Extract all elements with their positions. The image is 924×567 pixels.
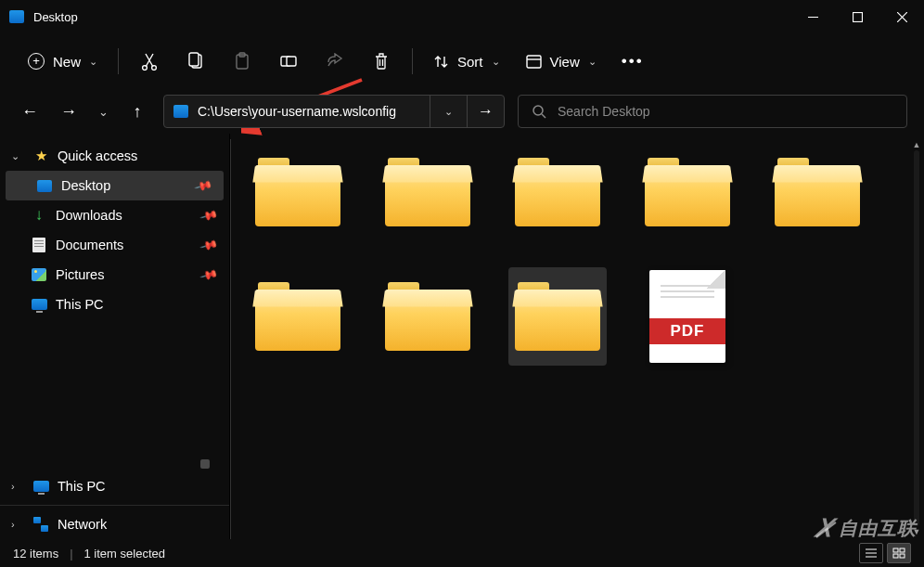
selection-count: 1 item selected (84, 547, 165, 561)
watermark-text: 自由互联 (839, 516, 917, 541)
up-icon: ↑ (134, 102, 142, 122)
sidebar-item-label: Downloads (56, 208, 122, 223)
back-button[interactable]: ← (11, 94, 48, 129)
minimize-icon (808, 17, 818, 18)
chevron-down-icon: ⌄ (492, 56, 500, 68)
path-text: C:\Users\your-username.wslconfig (198, 104, 396, 119)
search-placeholder: Search Desktop (558, 104, 650, 119)
copy-button[interactable] (174, 43, 217, 80)
minimize-button[interactable] (790, 0, 835, 33)
location-icon (173, 105, 188, 118)
folder-item[interactable] (638, 143, 737, 241)
vertical-scrollbar[interactable]: ▲ ▼ (911, 139, 922, 537)
folder-icon (385, 282, 470, 351)
details-layout-button[interactable] (859, 543, 883, 563)
pin-icon: 📌 (199, 265, 218, 285)
more-icon: ••• (622, 52, 644, 71)
rename-icon (279, 52, 298, 71)
chevron-down-icon: ⌄ (98, 105, 109, 119)
sidebar-item-this-pc[interactable]: › This PC (0, 471, 229, 501)
recent-button[interactable]: ⌄ (89, 94, 117, 129)
pdf-icon: PDF (649, 270, 725, 363)
sidebar-item-desktop[interactable]: Desktop 📌 (6, 171, 224, 200)
sidebar-item-pictures[interactable]: Pictures 📌 (0, 260, 229, 290)
splitter[interactable] (230, 139, 231, 539)
folder-item[interactable] (508, 143, 607, 241)
folder-icon (385, 158, 470, 226)
more-button[interactable]: ••• (611, 43, 654, 80)
folder-item[interactable] (249, 267, 347, 366)
file-item-pdf[interactable]: PDF (638, 267, 737, 366)
folder-item[interactable] (379, 267, 477, 366)
address-history-button[interactable]: ⌄ (430, 96, 467, 127)
svg-rect-5 (189, 53, 199, 66)
forward-icon: → (60, 102, 77, 122)
maximize-button[interactable] (835, 0, 879, 33)
new-label: New (53, 54, 81, 70)
svg-rect-15 (893, 554, 898, 558)
quick-access-label: Quick access (58, 148, 137, 163)
divider (0, 505, 229, 506)
sidebar-item-downloads[interactable]: ↓ Downloads 📌 (0, 200, 229, 230)
watermark-logo: X̷ (813, 514, 837, 543)
address-bar[interactable]: C:\Users\your-username.wslconfig ⌄ → (163, 95, 505, 128)
delete-button[interactable] (360, 43, 403, 80)
address-input[interactable]: C:\Users\your-username.wslconfig (164, 96, 430, 127)
maximize-icon (853, 12, 863, 22)
content-area[interactable]: PDF ▲ ▼ (230, 134, 924, 539)
sidebar-item-this-pc-nested[interactable]: This PC (0, 290, 229, 319)
svg-point-12 (533, 106, 543, 115)
view-button[interactable]: View ⌄ (515, 43, 608, 80)
share-icon (326, 53, 344, 70)
svg-rect-0 (808, 17, 818, 18)
scroll-track[interactable] (914, 150, 919, 526)
search-icon (532, 104, 546, 119)
sidebar-quick-access[interactable]: ⌄ ★ Quick access (0, 141, 229, 171)
forward-button[interactable]: → (50, 94, 87, 129)
paste-button[interactable] (221, 43, 263, 80)
cut-icon (141, 52, 158, 71)
sidebar-item-documents[interactable]: Documents 📌 (0, 230, 229, 260)
pc-icon (32, 478, 50, 495)
sort-button[interactable]: Sort ⌄ (422, 43, 511, 80)
folder-item[interactable] (379, 143, 477, 241)
go-icon: → (478, 102, 494, 121)
sidebar-item-label: This PC (56, 297, 104, 312)
toolbar: + New ⌄ Sort ⌄ View ⌄ ••• (0, 33, 924, 89)
item-grid: PDF (249, 143, 913, 366)
layout-buttons (859, 543, 911, 563)
up-button[interactable]: ↑ (119, 94, 156, 129)
item-count: 12 items (13, 547, 58, 561)
watermark: X̷ 自由互联 (815, 514, 917, 543)
cut-button[interactable] (128, 43, 171, 80)
pc-icon (30, 296, 48, 313)
pictures-icon (30, 266, 48, 283)
titlebar: Desktop (0, 0, 924, 33)
desktop-icon (9, 10, 24, 23)
scroll-up-icon[interactable]: ▲ (911, 139, 922, 150)
svg-rect-9 (287, 57, 296, 66)
nav-row: ← → ⌄ ↑ C:\Users\your-username.wslconfig… (0, 89, 924, 134)
search-input[interactable]: Search Desktop (518, 95, 907, 128)
folder-item[interactable] (249, 143, 347, 241)
chevron-right-icon: › (11, 481, 24, 492)
sidebar-splitter-grip[interactable] (200, 459, 210, 469)
folder-item[interactable] (508, 267, 607, 366)
rename-button[interactable] (267, 43, 310, 80)
sidebar-item-network[interactable]: › Network (0, 509, 229, 539)
svg-rect-16 (900, 554, 905, 558)
close-button[interactable] (879, 0, 924, 33)
chevron-down-icon: ⌄ (11, 150, 24, 162)
folder-item[interactable] (768, 143, 866, 241)
icons-layout-button[interactable] (887, 543, 911, 563)
share-button[interactable] (314, 43, 356, 80)
svg-point-2 (143, 66, 148, 71)
folder-icon (775, 158, 860, 226)
download-icon: ↓ (30, 207, 48, 224)
new-button[interactable]: + New ⌄ (17, 43, 109, 80)
svg-rect-10 (527, 56, 541, 68)
grid-icon (892, 548, 905, 559)
chevron-down-icon: ⌄ (588, 56, 597, 68)
go-button[interactable]: → (467, 96, 504, 127)
chevron-down-icon: ⌄ (444, 106, 453, 118)
